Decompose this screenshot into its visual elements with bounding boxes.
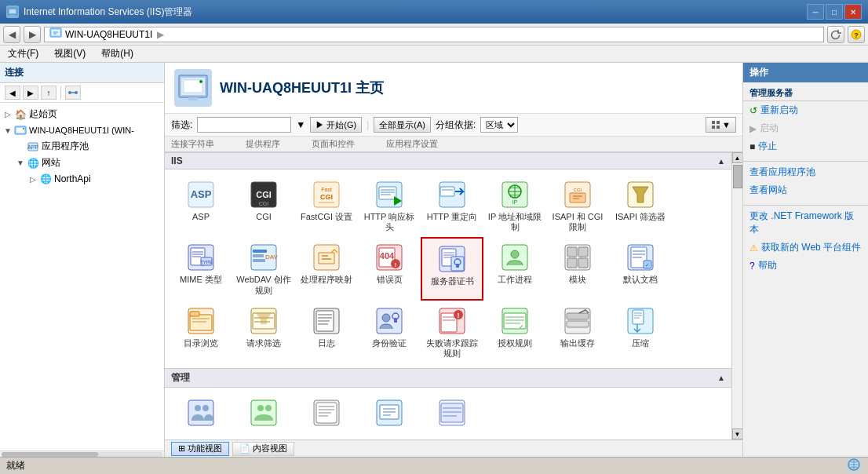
start-label: 启动 xyxy=(760,122,779,135)
group-dropdown[interactable]: 区域 xyxy=(480,117,518,133)
sidebar-item-server[interactable]: ▼ WIN-UAQ8HEUUT1I (WIN- xyxy=(0,122,164,138)
icon-fastcgi[interactable]: Fast CGI FastCGI 设置 xyxy=(295,174,358,237)
sidebar-item-home[interactable]: ▷ 🏠 起始页 xyxy=(0,106,164,122)
tab-content-view[interactable]: 📄 内容视图 xyxy=(232,442,294,456)
icon-modules-box xyxy=(562,242,593,273)
address-input[interactable]: WIN-UAQ8HEUUT1I ▶ xyxy=(44,27,824,42)
window-title: Internet Information Services (IIS)管理器 xyxy=(24,5,192,19)
icon-http-resp-box xyxy=(374,179,405,210)
minimize-button[interactable]: ─ xyxy=(807,4,824,20)
icon-isapi-filter[interactable]: ISAPI 筛选器 xyxy=(609,174,672,237)
icon-default-doc-box: ✓ xyxy=(625,242,656,273)
icon-mgmt2[interactable] xyxy=(232,392,295,435)
show-all-button[interactable]: 全部显示(A) xyxy=(374,117,431,133)
icon-asp[interactable]: ASP ASP xyxy=(170,174,232,237)
icon-mgmt1[interactable] xyxy=(170,392,232,435)
filter-input[interactable] xyxy=(197,117,291,133)
icon-output-cache-label: 输出缓存 xyxy=(560,338,595,348)
icon-logging[interactable]: 日志 xyxy=(295,301,358,363)
refresh-button[interactable] xyxy=(827,26,844,43)
svg-rect-128 xyxy=(633,310,644,324)
icon-cgi[interactable]: CGI CGI CGI xyxy=(232,174,295,237)
server-icon xyxy=(14,124,27,137)
content-header: WIN-UAQ8HEUUT1I 主页 xyxy=(165,63,742,114)
action-change-dotnet[interactable]: 更改 .NET Framework 版本 xyxy=(743,207,868,239)
icon-error[interactable]: 404 ! 错误页 xyxy=(358,237,421,300)
menu-file[interactable]: 文件(F) xyxy=(5,46,42,62)
icon-auth-box xyxy=(374,305,405,337)
action-help[interactable]: ? 帮助 xyxy=(743,257,868,275)
svg-text:IP: IP xyxy=(512,199,518,205)
sidebar-item-northapi[interactable]: ▷ 🌐 NorthApi xyxy=(0,171,164,187)
action-get-web-components[interactable]: ⚠ 获取新的 Web 平台组件 xyxy=(743,239,868,257)
scroll-thumb[interactable] xyxy=(733,165,742,188)
icon-modules[interactable]: 模块 xyxy=(546,237,609,300)
icon-webdav[interactable]: DAV WebDAV 创作规则 xyxy=(232,237,295,300)
icon-isapi-cgi[interactable]: CGI ISAPI 和 CGI 限制 xyxy=(546,174,609,237)
sidebar-back-btn[interactable]: ◀ xyxy=(5,86,20,100)
mgmt-collapse-arrow[interactable]: ▲ xyxy=(717,374,725,382)
icon-fastcgi-box: Fast CGI xyxy=(311,179,342,210)
icon-cgi-label: CGI xyxy=(256,212,272,222)
sidebar-item-apppool[interactable]: APP 应用程序池 xyxy=(0,138,164,155)
start-button[interactable]: ▶ 开始(G) xyxy=(310,117,362,133)
icon-failed-req[interactable]: ! 失败请求跟踪规则 xyxy=(421,301,483,363)
icon-mgmt5[interactable] xyxy=(421,392,483,435)
icon-authz[interactable]: ✓ 授权规则 xyxy=(483,301,546,363)
icon-ip-domain[interactable]: IP IP 地址和域限制 xyxy=(483,174,546,237)
maximize-button[interactable]: □ xyxy=(826,4,843,20)
action-restart[interactable]: ↺ 重新启动 xyxy=(743,101,868,119)
action-view-apppools[interactable]: 查看应用程序池 xyxy=(743,163,868,181)
action-stop[interactable]: ■ 停止 xyxy=(743,137,868,155)
icon-dir-browse[interactable]: 目录浏览 xyxy=(170,301,232,363)
svg-text:Fast: Fast xyxy=(321,187,332,192)
icon-output-cache[interactable]: 输出缓存 xyxy=(546,301,609,363)
icon-compress[interactable]: 压缩 xyxy=(609,301,672,363)
action-view-sites[interactable]: 查看网站 xyxy=(743,181,868,199)
menu-help[interactable]: 帮助(H) xyxy=(98,46,137,62)
scroll-down-button[interactable]: ▼ xyxy=(732,428,743,439)
close-button[interactable]: ✕ xyxy=(844,4,862,20)
sidebar-connect-btn[interactable] xyxy=(65,86,81,100)
sidebar-item-sites[interactable]: ▼ 🌐 网站 xyxy=(0,155,164,171)
icon-ssl[interactable]: 服务器证书 xyxy=(421,237,483,300)
help-button[interactable]: ? xyxy=(848,26,865,43)
iis-collapse-arrow[interactable]: ▲ xyxy=(717,157,725,166)
icon-auth[interactable]: 身份验证 xyxy=(358,301,421,363)
svg-text:✓: ✓ xyxy=(645,262,650,268)
sidebar-item-northapi-label: NorthApi xyxy=(54,173,91,184)
sidebar-up-btn[interactable]: ↑ xyxy=(41,86,57,100)
icon-ip-domain-label: IP 地址和域限制 xyxy=(487,212,543,232)
icon-handler-label: 处理程序映射 xyxy=(301,275,352,285)
tab-feature-view[interactable]: ⊞ 功能视图 xyxy=(171,442,229,456)
view-toggle-button[interactable]: ▼ xyxy=(706,117,736,133)
icon-mgmt3[interactable] xyxy=(295,392,358,435)
icon-authz-box: ✓ xyxy=(499,305,531,337)
tree-expand-northapi: ▷ xyxy=(28,174,38,184)
icon-worker[interactable]: 工作进程 xyxy=(483,237,546,300)
svg-point-7 xyxy=(68,91,71,94)
icon-req-filter[interactable]: 请求筛选 xyxy=(232,301,295,363)
svg-point-133 xyxy=(195,405,201,411)
icon-http-resp[interactable]: HTTP 响应标头 xyxy=(358,174,421,237)
title-controls[interactable]: ─ □ ✕ xyxy=(807,4,862,20)
content-scrollbar[interactable]: ▲ ▼ xyxy=(731,152,742,439)
scroll-up-button[interactable]: ▲ xyxy=(732,152,743,163)
forward-button[interactable]: ▶ xyxy=(24,26,41,43)
icon-worker-box xyxy=(499,242,531,273)
svg-rect-83 xyxy=(567,258,577,268)
icon-req-filter-label: 请求筛选 xyxy=(246,338,281,348)
icon-default-doc[interactable]: ✓ 默认文档 xyxy=(609,237,672,300)
icon-handler[interactable]: 处理程序映射 xyxy=(295,237,358,300)
svg-rect-126 xyxy=(567,321,589,327)
icon-mgmt4[interactable] xyxy=(358,392,421,435)
sidebar-forward-btn[interactable]: ▶ xyxy=(23,86,38,100)
mgmt-section-label: 管理 xyxy=(171,371,190,385)
icon-ssl-box xyxy=(436,243,468,275)
back-button[interactable]: ◀ xyxy=(3,26,20,43)
icon-mime[interactable]: TYPE MIME 类型 xyxy=(170,237,232,300)
icon-http-redir[interactable]: HTTP 重定向 xyxy=(421,174,483,237)
menu-view[interactable]: 视图(V) xyxy=(51,46,89,62)
icon-cgi-box: CGI CGI xyxy=(248,179,279,210)
icon-compress-box xyxy=(625,305,656,337)
